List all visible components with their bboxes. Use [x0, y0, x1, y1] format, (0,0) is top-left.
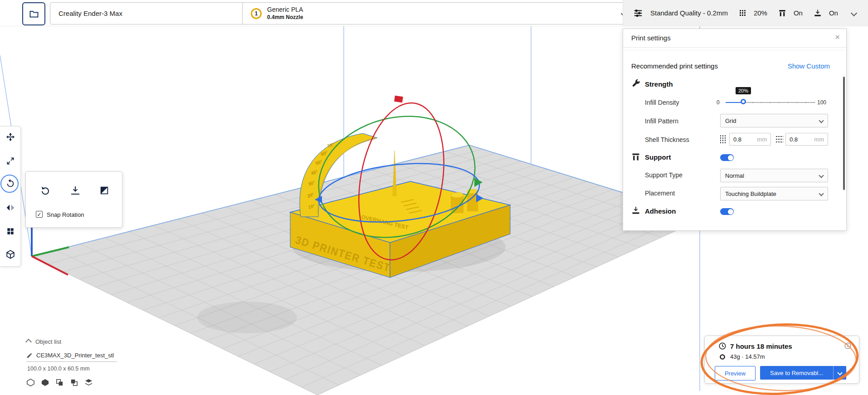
print-time: 7 hours 18 minutes: [730, 342, 792, 350]
check-icon: ✓: [37, 211, 41, 218]
infill-icon: [739, 9, 746, 17]
overlap-front-icon[interactable]: [55, 378, 64, 387]
chevron-up-icon: [25, 338, 32, 345]
adhesion-toggle[interactable]: [720, 208, 734, 215]
wall-thickness-icon: [719, 135, 727, 144]
object-list-title: Object list: [35, 338, 61, 345]
object-list-header[interactable]: Object list: [26, 338, 61, 345]
infill-slider-handle[interactable]: [741, 99, 746, 104]
chevron-down-icon: [819, 118, 824, 123]
mirror-icon: [5, 203, 15, 213]
show-custom-link[interactable]: Show Custom: [788, 62, 830, 70]
close-icon[interactable]: ×: [835, 32, 840, 42]
scale-tool-button[interactable]: [0, 153, 20, 169]
extruder-badge: 1: [251, 8, 262, 19]
support-type-dropdown[interactable]: Normal: [720, 169, 828, 182]
panel-divider: [623, 50, 846, 50]
print-settings-summary[interactable]: Standard Quality - 0.2mm 20% On On: [623, 0, 868, 26]
profile-icon: [633, 8, 643, 18]
object-dimensions: 100.0 x 100.0 x 60.5 mm: [27, 366, 90, 372]
snap-rotation-label: Snap Rotation: [47, 211, 84, 218]
object-tools-row: [26, 378, 93, 387]
top-bar: Creality Ender-3 Max 1 Generic PLA 0.4mm…: [0, 0, 868, 26]
top-bottom-thickness-value: 0.8: [790, 136, 798, 143]
layers-icon[interactable]: [84, 378, 93, 387]
gizmo-red-handle[interactable]: [394, 96, 403, 102]
wall-thickness-input[interactable]: 0.8 mm: [729, 133, 771, 146]
infill-pattern-dropdown[interactable]: Grid: [720, 114, 828, 127]
info-icon[interactable]: [844, 342, 852, 350]
reset-rotation-icon: [40, 185, 51, 196]
material-selector[interactable]: 1 Generic PLA 0.4mm Nozzle: [242, 2, 635, 24]
lay-flat-button[interactable]: [68, 183, 83, 198]
model-shadow-2: [197, 302, 297, 333]
per-model-settings-button[interactable]: [0, 223, 20, 239]
recommended-label: Recommended print settings: [631, 62, 718, 70]
shell-thickness-label: Shell Thickness: [645, 136, 689, 143]
support-label: Support: [645, 153, 671, 161]
infill-summary-value: 20%: [754, 9, 767, 17]
material-usage: 43g · 14.57m: [730, 353, 765, 360]
select-face-button[interactable]: [97, 183, 112, 198]
infill-slider-tooltip: 20%: [736, 87, 751, 94]
support-icon: [778, 9, 786, 17]
print-job-card: 7 hours 18 minutes 43g · 14.57m Preview …: [704, 336, 859, 384]
open-file-button[interactable]: [22, 2, 45, 25]
support-blocker-button[interactable]: [0, 246, 20, 263]
support-type-value: Normal: [725, 172, 744, 179]
preview-button[interactable]: Preview: [715, 366, 756, 380]
chevron-down-icon: [819, 173, 824, 178]
support-blocker-icon: [5, 249, 15, 259]
top-bottom-thickness-unit: mm: [814, 136, 824, 143]
lay-flat-icon: [70, 185, 81, 196]
placement-label: Placement: [645, 190, 675, 197]
infill-min-label: 0: [717, 99, 720, 106]
panel-scrollbar[interactable]: [843, 77, 845, 190]
printer-selector[interactable]: Creality Ender-3 Max: [50, 2, 259, 24]
move-icon: [5, 132, 15, 142]
top-bottom-thickness-input[interactable]: 0.8 mm: [785, 133, 828, 146]
infill-density-slider[interactable]: 20%: [726, 97, 814, 108]
move-tool-button[interactable]: [0, 129, 20, 145]
per-model-settings-icon: [6, 227, 15, 236]
object-list-item[interactable]: CE3MAX_3D_Printer_test_stl: [26, 352, 117, 362]
overlap-back-icon[interactable]: [70, 378, 78, 387]
infill-pattern-label: Infill Pattern: [645, 117, 678, 125]
save-options-chevron[interactable]: [833, 366, 846, 380]
cube-outline-icon[interactable]: [26, 378, 35, 387]
infill-pattern-value: Grid: [725, 117, 736, 124]
folder-icon: [29, 9, 39, 20]
strength-label: Strength: [645, 80, 673, 88]
infill-max-label: 100: [817, 99, 826, 106]
support-section-icon: [631, 152, 640, 161]
mirror-tool-button[interactable]: [0, 200, 20, 216]
adhesion-summary-value: On: [829, 9, 838, 17]
adhesion-label: Adhesion: [645, 207, 676, 215]
select-face-icon: [99, 185, 109, 195]
clock-icon: [718, 342, 727, 350]
pencil-icon: [26, 352, 33, 359]
reset-rotation-button[interactable]: [38, 183, 53, 198]
support-summary-value: On: [794, 9, 803, 17]
nozzle-size: 0.4mm Nozzle: [267, 14, 303, 21]
object-item-name: CE3MAX_3D_Printer_test_stl: [36, 352, 114, 359]
printer-name: Creality Ender-3 Max: [59, 10, 122, 17]
print-settings-panel: Print settings × Recommended print setti…: [623, 29, 847, 231]
rotate-tool-button[interactable]: [0, 176, 20, 192]
chevron-down-icon[interactable]: [851, 10, 857, 16]
infill-density-label: Infill Density: [645, 99, 679, 106]
save-to-removable-button[interactable]: Save to Removabl...: [760, 366, 846, 380]
left-toolbar: [0, 126, 21, 267]
support-type-label: Support Type: [645, 171, 683, 179]
spool-icon: [719, 354, 726, 360]
profile-label: Standard Quality - 0.2mm: [650, 9, 728, 17]
top-bottom-thickness-icon: [775, 135, 784, 144]
snap-rotation-checkbox[interactable]: ✓: [36, 211, 43, 218]
rotate-tool-panel: ✓ Snap Rotation: [25, 171, 122, 228]
cube-solid-icon[interactable]: [41, 378, 49, 387]
support-toggle[interactable]: [720, 154, 734, 161]
panel-title: Print settings: [631, 34, 671, 42]
placement-dropdown[interactable]: Touching Buildplate: [720, 187, 828, 200]
scale-icon: [6, 156, 15, 166]
material-name: Generic PLA: [267, 6, 303, 14]
